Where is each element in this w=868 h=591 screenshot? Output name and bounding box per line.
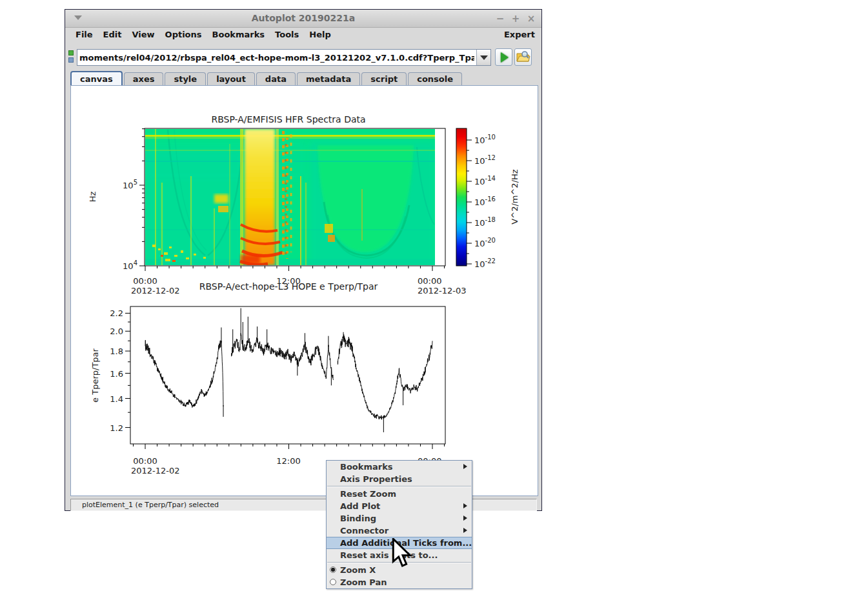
axis2-tick-0000-left[interactable]: 00:00 (133, 456, 157, 466)
context-item-connector[interactable]: Connector (327, 525, 472, 537)
spectrogram-title: RBSP-A/EMFISIS HFR Spectra Data (211, 114, 365, 125)
mouse-cursor (392, 538, 414, 570)
chevron-down-icon (480, 55, 488, 60)
axis2-tick-1200[interactable]: 12:00 (276, 456, 300, 466)
inspect-uri-button[interactable] (514, 48, 532, 66)
tab-canvas[interactable]: canvas (70, 71, 123, 85)
app-window: Autoplot 20190221a − + × FileEditViewOpt… (65, 9, 542, 511)
plots-svg[interactable]: RBSP-A/EMFISIS HFR Spectra Data Hz V^2/m… (71, 86, 538, 496)
window-title: Autoplot 20190221a (65, 13, 541, 23)
address-combobox (77, 49, 491, 66)
address-dropdown-button[interactable] (476, 50, 490, 65)
datasource-blue-icon (68, 57, 74, 63)
context-item-axis-properties[interactable]: Axis Properties (327, 473, 472, 485)
context-item-add-plot[interactable]: Add Plot (327, 500, 472, 512)
axis1-date-right: 2012-12-03 (418, 286, 467, 296)
address-input[interactable] (77, 50, 476, 65)
tab-axes[interactable]: axes (124, 72, 164, 85)
line-series (145, 308, 432, 432)
submenu-arrow-icon (463, 516, 467, 521)
menu-edit[interactable]: Edit (98, 28, 127, 42)
tab-data[interactable]: data (256, 72, 296, 85)
tab-metadata[interactable]: metadata (297, 72, 360, 85)
datasource-green-icon (68, 50, 74, 55)
tab-row: canvasaxesstylelayoutdatametadatascriptc… (70, 71, 463, 85)
colorbar-tick-label[interactable]: 10-18 (474, 216, 496, 228)
ytick-label[interactable]: 104 (123, 259, 137, 271)
context-item-zoom-pan[interactable]: Zoom Pan (327, 576, 472, 588)
axis1-tick-0000-right[interactable]: 00:00 (418, 276, 441, 286)
ytick-label[interactable]: 1.8 (110, 346, 123, 356)
spectrogram-image (145, 129, 435, 265)
submenu-arrow-icon (463, 528, 467, 533)
menu-tools[interactable]: Tools (270, 28, 304, 42)
close-button[interactable]: × (525, 12, 538, 25)
menu-view[interactable]: View (126, 28, 159, 42)
tab-layout[interactable]: layout (207, 72, 255, 85)
axis1-date-left: 2012-12-02 (131, 286, 180, 296)
maximize-button[interactable]: + (509, 12, 522, 25)
menu-file[interactable]: File (70, 28, 98, 42)
context-item-reset-zoom[interactable]: Reset Zoom (327, 488, 472, 500)
colorbar-tick-label[interactable]: 10-22 (474, 257, 496, 269)
context-item-bookmarks[interactable]: Bookmarks (327, 461, 472, 473)
ytick-label[interactable]: 1.6 (110, 369, 123, 379)
go-button[interactable] (495, 48, 512, 66)
colorbar-tick-label[interactable]: 10-14 (474, 175, 496, 186)
axis1-tick-0000-left[interactable]: 00:00 (133, 276, 157, 286)
ytick-label[interactable]: 2.0 (110, 326, 123, 336)
axis2-date-left: 2012-12-02 (131, 466, 180, 476)
expert-mode-label[interactable]: Expert (504, 28, 535, 42)
spectrogram-ylabel[interactable]: Hz (88, 192, 97, 203)
menu-options[interactable]: Options (160, 28, 207, 42)
plot-canvas[interactable]: RBSP-A/EMFISIS HFR Spectra Data Hz V^2/m… (70, 85, 538, 496)
radio-icon[interactable] (330, 566, 336, 573)
minimize-button[interactable]: − (494, 12, 507, 25)
submenu-arrow-icon (463, 464, 467, 469)
context-item-binding[interactable]: Binding (327, 512, 472, 525)
folder-magnifier-icon (515, 49, 531, 65)
menu-help[interactable]: Help (304, 28, 336, 42)
radio-icon[interactable] (330, 579, 336, 585)
ytick-label[interactable]: 2.2 (110, 308, 123, 318)
colorbar-label[interactable]: V^2/m^2/Hz (510, 169, 520, 224)
play-icon (501, 52, 509, 63)
colorbar-tick-label[interactable]: 10-20 (474, 237, 496, 248)
menu-bookmarks[interactable]: Bookmarks (207, 28, 270, 42)
ytick-label[interactable]: 1.2 (110, 423, 123, 433)
colorbar-tick-label[interactable]: 10-16 (474, 195, 496, 207)
toolbar (65, 42, 541, 70)
colorbar-tick-label[interactable]: 10-10 (474, 134, 496, 145)
submenu-arrow-icon (463, 503, 467, 508)
ytick-label[interactable]: 1.4 (110, 394, 123, 404)
ytick-label[interactable]: 105 (123, 179, 137, 190)
colorbar[interactable] (456, 128, 467, 266)
title-bar[interactable]: Autoplot 20190221a − + × (65, 10, 541, 28)
menu-bar: FileEditViewOptionsBookmarksToolsHelpExp… (65, 28, 541, 42)
colorbar-tick-label[interactable]: 10-12 (474, 154, 496, 166)
tab-script[interactable]: script (361, 72, 407, 85)
tab-style[interactable]: style (165, 72, 206, 85)
menu-separator (327, 486, 471, 487)
tab-console[interactable]: console (408, 72, 462, 85)
lineplot-ylabel[interactable]: e Tperp/Tpar (90, 348, 100, 402)
lineplot-title: RBSP-A/ect-hope-L3 HOPE e Tperp/Tpar (199, 281, 378, 292)
